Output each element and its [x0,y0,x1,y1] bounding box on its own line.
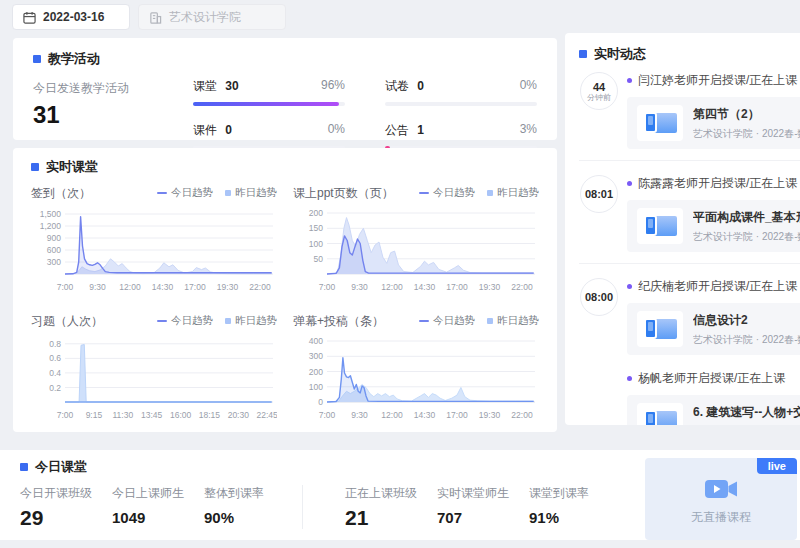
svg-text:7:00: 7:00 [57,282,74,292]
chart-legend: 今日趋势 昨日趋势 [419,186,539,200]
feed-time: 08:00 [580,278,618,316]
svg-text:12:00: 12:00 [381,282,403,292]
chart-title: 签到（次） [31,185,91,202]
yesterday-square-icon [487,190,493,196]
course-card[interactable]: 第四节（2） 艺术设计学院 · 2022春-数字... [627,97,800,149]
course-card[interactable]: 信息设计2 艺术设计学院 · 2022春-数字... [627,303,800,355]
stat-value: 90% [204,509,296,526]
bar-percent: 3% [520,122,537,139]
stat-label: 今日开课班级 [20,485,112,502]
calendar-icon [23,11,36,24]
feed-item: 44分钟前 闫江婷老师开启授课/正在上课 第四节（2） 艺术设计学院 · 202… [579,63,800,155]
stat-item: 今日开课班级 29 [20,485,112,530]
live-empty-text: 无直播课程 [645,509,797,526]
feed-item: 杨帆老师开启授课/正在上课 6. 建筑速写--人物+交通-... 艺术设计学院 … [579,361,800,425]
courseware-icon [637,105,683,141]
stat-label: 整体到课率 [204,485,296,502]
legend-today: 今日趋势 [157,186,213,200]
svg-text:14:30: 14:30 [414,282,436,292]
bar-label: 试卷 0 [385,78,424,95]
svg-text:300: 300 [309,351,323,361]
course-card-title: 平面构成课件_基本形与... [693,209,800,226]
svg-text:9:30: 9:30 [89,282,106,292]
activity-bars: 课堂 30 96% 试卷 0 0% 课件 0 0% 公告 1 3% [193,72,537,150]
course-card-subtitle: 艺术设计学院 · 2022春-数字... [693,333,800,347]
course-card[interactable]: 6. 建筑速写--人物+交通-... 艺术设计学院 · 2022春-环境... [627,395,800,425]
realtime-classroom-title: 实时课堂 [31,158,539,176]
courseware-icon [637,311,683,347]
bar-track [193,102,345,106]
stat-value: 29 [20,506,112,530]
stat-value: 21 [345,506,437,530]
svg-text:7:00: 7:00 [57,410,74,420]
chart-block-2: 习题（人次） 今日趋势 昨日趋势 0.20.40.60.87:009:1511:… [31,310,277,434]
course-card-title: 第四节（2） [693,106,800,123]
teaching-activity-title: 教学活动 [33,50,537,68]
svg-text:14:30: 14:30 [414,410,436,420]
legend-yesterday: 昨日趋势 [225,314,277,328]
realtime-classroom-panel: 实时课堂 签到（次） 今日趋势 昨日趋势 3006009001,2001,500… [13,148,557,432]
date-input[interactable]: 2022-03-16 [12,4,130,30]
bar-label: 公告 1 [385,122,424,139]
svg-text:1,200: 1,200 [40,221,62,231]
chart-block-1: 课上ppt页数（页） 今日趋势 昨日趋势 501001502007:009:30… [293,182,539,306]
legend-today: 今日趋势 [157,314,213,328]
svg-text:150: 150 [309,223,323,233]
teaching-activity-panel: 教学活动 今日发送教学活动 31 课堂 30 96% 试卷 0 0% 课件 0 … [13,38,557,140]
svg-text:0.6: 0.6 [49,353,61,363]
charts-grid: 签到（次） 今日趋势 昨日趋势 3006009001,2001,5007:009… [31,182,539,434]
svg-text:9:15: 9:15 [86,410,103,420]
feed-event-text: 纪庆楠老师开启授课/正在上课 [627,278,800,295]
svg-text:22:45: 22:45 [257,410,277,420]
building-icon [149,11,162,24]
feed-list: 44分钟前 闫江婷老师开启授课/正在上课 第四节（2） 艺术设计学院 · 202… [579,63,800,425]
course-card-subtitle: 艺术设计学院 · 2022春-环境... [693,425,800,426]
stat-item: 今日上课师生 1049 [112,485,204,526]
stat-value: 707 [437,509,529,526]
stat-item: 整体到课率 90% [204,485,296,526]
today-classroom-panel: 今日课堂 今日开课班级 29今日上课师生 1049整体到课率 90%正在上课班级… [0,450,800,540]
svg-text:17:00: 17:00 [446,410,468,420]
svg-text:50: 50 [314,254,324,264]
panel-title-text: 实时动态 [594,45,646,63]
event-dot-icon [627,284,632,289]
svg-text:19:30: 19:30 [479,410,501,420]
title-bullet [20,463,28,471]
svg-text:9:30: 9:30 [351,410,368,420]
panel-title-text: 教学活动 [48,50,100,68]
svg-text:7:00: 7:00 [319,282,336,292]
live-course-card[interactable]: live 无直播课程 [645,458,797,540]
svg-text:17:00: 17:00 [184,282,206,292]
activity-summary-value: 31 [33,101,193,129]
svg-text:1,500: 1,500 [40,209,62,219]
trend-chart-svg: 3006009001,2001,5007:009:3012:0014:3017:… [31,204,277,302]
feed-item: 08:01 陈露露老师开启授课/正在上课 平面构成课件_基本形与... 艺术设计… [579,166,800,258]
feed-event-text: 杨帆老师开启授课/正在上课 [627,370,800,387]
today-line-icon [419,320,429,322]
title-bullet [31,163,39,171]
bar-label: 课堂 30 [193,78,239,95]
video-camera-icon [704,478,738,500]
svg-text:11:30: 11:30 [112,410,133,420]
course-card-title: 6. 建筑速写--人物+交通-... [693,404,800,421]
courseware-icon [637,208,683,244]
course-card[interactable]: 平面构成课件_基本形与... 艺术设计学院 · 2022春-数字... [627,200,800,252]
svg-text:7:00: 7:00 [319,410,336,420]
chart-block-0: 签到（次） 今日趋势 昨日趋势 3006009001,2001,5007:009… [31,182,277,306]
svg-text:100: 100 [309,239,323,249]
course-card-subtitle: 艺术设计学院 · 2022春-数字... [693,127,800,141]
svg-text:0.2: 0.2 [49,383,61,393]
course-card-subtitle: 艺术设计学院 · 2022春-数字... [693,230,800,244]
activity-bar: 试卷 0 0% [385,78,537,106]
event-dot-icon [627,181,632,186]
yesterday-square-icon [225,190,231,196]
event-dot-icon [627,376,632,381]
bar-percent: 96% [321,78,345,95]
college-input[interactable]: 艺术设计学院 [138,4,286,30]
chart-legend: 今日趋势 昨日趋势 [157,314,277,328]
stat-label: 正在上课班级 [345,485,437,502]
svg-text:17:00: 17:00 [446,282,468,292]
svg-text:0: 0 [318,397,323,407]
svg-text:400: 400 [309,336,323,346]
yesterday-square-icon [225,318,231,324]
